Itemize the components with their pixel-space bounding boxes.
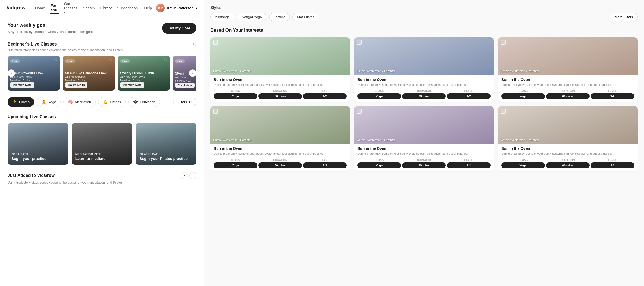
interest-card-meta: CLASS Yoga DURATION 60 mins LEVEL 1-2 <box>501 159 634 168</box>
section-header: Beginner's Live Classes ✕ <box>8 41 196 47</box>
just-added-prev[interactable]: ‹ <box>181 172 188 179</box>
interest-card-checkbox[interactable] <box>357 40 362 45</box>
interest-card: Carole Westerman - Parental Bun in the O… <box>498 37 638 102</box>
live-card-title: 25-min Powerful Flow <box>10 71 57 76</box>
live-cards-row: ‹ Live ♡ 25-min Powerful Flow with Quarr… <box>8 56 196 91</box>
pill-label: Yoga <box>48 100 56 104</box>
nav-subscription[interactable]: Subscription <box>117 5 138 11</box>
live-card-action-button[interactable]: Count Me In <box>175 83 195 88</box>
interest-card-checkbox[interactable] <box>501 40 506 45</box>
meta-level: LEVEL 1-2 <box>303 90 347 99</box>
meta-duration: DURATION 60 mins <box>546 90 590 99</box>
interest-card-image: Carole Westerman - Parental <box>498 106 638 144</box>
user-menu[interactable]: KP Kevin Patterson ▾ <box>156 4 197 12</box>
live-card-content: Live ♡ 50-min Eka Bakasana Flow with Ale… <box>63 56 115 91</box>
pill-meditation[interactable]: 🧠 Meditation <box>63 97 96 107</box>
live-badge: Live <box>120 59 130 63</box>
interest-card-title: Bun in the Oven <box>357 77 491 82</box>
style-ashtanga[interactable]: Ashtanga <box>210 13 234 21</box>
nav-links: Home For You Our Classes Search Library … <box>35 1 138 16</box>
just-added-subtitle: Our introductory class series covering t… <box>8 181 196 184</box>
nav-home[interactable]: Home <box>35 5 45 11</box>
filters-button[interactable]: Filters ⚙ <box>173 98 196 106</box>
meta-class: CLASS Yoga <box>501 90 545 99</box>
teacher-label: Carole Westerman - Parental <box>357 69 395 73</box>
upcoming-card-content: MEDITATION PATH Learn to mediate <box>72 123 133 165</box>
styles-pills: Ashtanga Iyengar Yoga Lecture Mat Pilate… <box>210 13 638 21</box>
fitness-icon: 💪 <box>103 99 108 105</box>
pill-pilates[interactable]: 🏃 Pilates <box>8 97 34 107</box>
heart-icon[interactable]: ♡ <box>164 58 168 62</box>
meta-level: LEVEL 1-2 <box>303 159 347 168</box>
upcoming-card-content: YOGA PATH Begin your practice <box>8 123 68 165</box>
interest-card-image: Carole Westerman - Parental <box>354 106 494 144</box>
teacher-label: Carole Westerman - Parental <box>501 138 539 142</box>
upcoming-card[interactable]: PILATES PATH Begin your Pilates practice <box>136 123 196 165</box>
meta-duration: DURATION 60 mins <box>402 90 446 99</box>
style-lecture[interactable]: Lecture <box>269 13 290 21</box>
avatar: KP <box>156 4 165 12</box>
live-card-duration: Now live 40... <box>175 79 196 82</box>
upcoming-card-title: Learn to mediate <box>75 157 129 161</box>
live-card-action-button[interactable]: Count Me In <box>65 82 87 88</box>
upcoming-card-title: Begin your Pilates practice <box>139 157 193 161</box>
nav: Vidgrow Home For You Our Classes Search … <box>0 0 204 16</box>
meta-level: LEVEL 1-2 <box>591 159 634 168</box>
interest-card-checkbox[interactable] <box>213 40 218 45</box>
upcoming-cards: YOGA PATH Begin your practice MEDITATION… <box>8 123 196 165</box>
interest-card-desc: During pregnancy, some of your bodily sy… <box>214 83 347 87</box>
meta-duration: DURATION 60 mins <box>258 90 302 99</box>
live-card-duration: Now live 40 mins <box>10 79 57 82</box>
just-added-next[interactable]: › <box>189 172 196 179</box>
interest-card-checkbox[interactable] <box>357 109 362 114</box>
style-iyengar[interactable]: Iyengar Yoga <box>237 13 266 21</box>
live-cards-prev[interactable]: ‹ <box>8 69 15 77</box>
live-card-content: Live ♡ Sweaty Fusion 30-min with Any Ros… <box>118 56 170 91</box>
nav-library[interactable]: Library <box>100 5 112 11</box>
live-card-action-button[interactable]: Practice Now <box>120 82 144 88</box>
meta-class: CLASS Yoga <box>357 90 401 99</box>
filters-label: Filters <box>178 100 187 104</box>
upcoming-card[interactable]: MEDITATION PATH Learn to mediate <box>72 123 133 165</box>
interest-card-checkbox[interactable] <box>213 109 218 114</box>
nav-right: Help KP Kevin Patterson ▾ <box>144 4 197 12</box>
interest-card-body: Bun in the Oven During pregnancy, some o… <box>354 144 494 171</box>
category-pills: 🏃 Pilates 🧘 Yoga 🧠 Meditation 💪 Fitness … <box>8 97 196 107</box>
nav-search[interactable]: Search <box>83 5 95 11</box>
upcoming-card[interactable]: YOGA PATH Begin your practice <box>8 123 68 165</box>
interest-card: Carole Westerman - Parental Bun in the O… <box>354 106 494 171</box>
live-badge: Live <box>10 59 20 63</box>
set-goal-button[interactable]: Set My Goal <box>162 23 196 34</box>
more-filters-button[interactable]: More Filters <box>610 13 638 21</box>
pill-education[interactable]: 🎓 Education <box>128 97 160 107</box>
close-button[interactable]: ✕ <box>192 41 196 47</box>
live-cards-next[interactable]: › <box>189 69 196 77</box>
live-badge: Live <box>65 59 75 63</box>
interest-card-title: Bun in the Oven <box>501 146 634 151</box>
interest-card: Carole Westerman - Parental Bun in the O… <box>498 106 638 171</box>
interest-card-meta: CLASS Yoga DURATION 60 mins LEVEL 1-2 <box>501 90 634 99</box>
live-card-action-button[interactable]: Practice Now <box>10 82 34 88</box>
heart-icon[interactable]: ♡ <box>109 58 113 62</box>
interest-card-body: Bun in the Oven During pregnancy, some o… <box>354 75 494 102</box>
yoga-icon: 🧘 <box>41 99 47 105</box>
nav-our-classes[interactable]: Our Classes <box>64 1 78 16</box>
pill-fitness[interactable]: 💪 Fitness <box>98 97 126 107</box>
teacher-label: Carole Westerman - Parental <box>213 138 251 142</box>
interest-card-image: Carole Westerman - Parental <box>210 106 350 144</box>
help-link[interactable]: Help <box>144 6 152 10</box>
meta-class: CLASS Yoga <box>214 90 257 99</box>
pill-yoga[interactable]: 🧘 Yoga <box>37 97 61 107</box>
meta-class: CLASS Yoga <box>501 159 545 168</box>
interest-card-desc: During pregnancy, some of your bodily sy… <box>501 83 634 87</box>
teacher-label: Carole Westerman - Parental <box>357 138 395 142</box>
username: Kevin Patterson <box>167 6 193 10</box>
interest-card-checkbox[interactable] <box>501 109 506 114</box>
meta-level: LEVEL 1-2 <box>591 90 634 99</box>
upcoming-section: Upcoming Live Classes YOGA PATH Begin yo… <box>8 114 196 165</box>
heart-icon[interactable]: ♡ <box>54 58 58 62</box>
interest-card: Carole Westerman - Parental Bun in the O… <box>354 37 494 102</box>
interest-card-title: Bun in the Oven <box>214 146 347 151</box>
style-mat-pilates[interactable]: Mat Pilates <box>292 13 319 21</box>
nav-for-you[interactable]: For You <box>50 2 59 14</box>
